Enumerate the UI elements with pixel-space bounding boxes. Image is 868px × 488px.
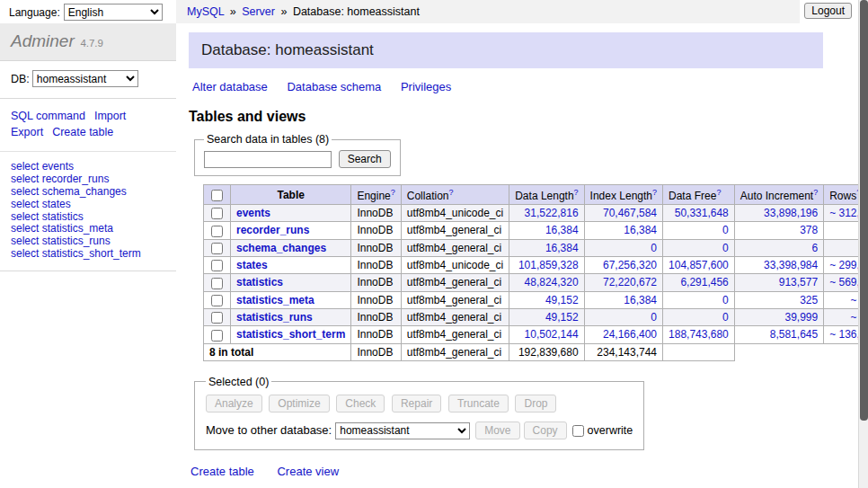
index-length-link[interactable]: 16,384 [624, 294, 657, 306]
copy-button[interactable]: Copy [524, 421, 567, 439]
logout-button[interactable]: Logout [804, 3, 852, 19]
data-free-link[interactable]: 0 [722, 242, 729, 254]
table-name-link[interactable]: states [236, 259, 268, 271]
index-length-link[interactable]: 67,256,320 [603, 259, 657, 271]
index-length-link[interactable]: 0 [651, 311, 657, 324]
engine-cell: InnoDB [351, 222, 401, 239]
data-free-link[interactable]: 104,857,600 [669, 259, 729, 271]
data-free-link[interactable]: 0 [722, 294, 729, 306]
data-length-link[interactable]: 49,152 [545, 294, 579, 306]
help-icon[interactable]: ? [716, 188, 721, 197]
table-name-link[interactable]: statistics_runs [236, 311, 313, 324]
auto-increment-link[interactable]: 33,898,196 [764, 207, 818, 219]
data-free-link[interactable]: 0 [722, 311, 729, 324]
auto-increment-link[interactable]: 913,577 [779, 276, 818, 288]
data-free-link[interactable]: 0 [722, 224, 729, 236]
sidebar-table-list: select events select recorder_runs selec… [0, 152, 176, 271]
table-name-link[interactable]: statistics_short_term [236, 328, 345, 341]
auto-increment-link[interactable]: 39,999 [784, 311, 818, 324]
sidebar-link-create-table[interactable]: Create table [52, 126, 113, 138]
database-schema-link[interactable]: Database schema [287, 80, 381, 93]
data-length-link[interactable]: 16,384 [545, 224, 579, 236]
auto-increment-link[interactable]: 6 [811, 242, 818, 254]
repair-button[interactable]: Repair [392, 395, 441, 413]
optimize-button[interactable]: Optimize [269, 395, 329, 413]
sidebar-item-select-statistics-short-term[interactable]: select statistics_short_term [11, 248, 165, 260]
help-icon[interactable]: ? [574, 188, 579, 197]
overwrite-checkbox[interactable] [572, 425, 584, 437]
index-length-link[interactable]: 72,220,672 [603, 276, 657, 288]
row-checkbox[interactable] [211, 330, 223, 342]
truncate-button[interactable]: Truncate [448, 395, 509, 413]
index-length-link[interactable]: 16,384 [624, 224, 657, 236]
help-icon[interactable]: ? [448, 188, 453, 197]
move-database-select[interactable]: homeassistant [335, 422, 470, 439]
language-select[interactable]: English [64, 4, 163, 21]
alter-database-link[interactable]: Alter database [192, 80, 268, 93]
row-checkbox[interactable] [211, 226, 223, 237]
table-name-link[interactable]: events [236, 207, 270, 219]
data-free-link[interactable]: 6,291,456 [680, 276, 728, 288]
select-all-checkbox[interactable] [211, 190, 223, 201]
sidebar-item-select-statistics-meta[interactable]: select statistics_meta [11, 223, 165, 235]
search-button[interactable]: Search [339, 150, 391, 168]
vertical-scrollbar[interactable] [858, 0, 868, 488]
adminer-header: Adminer 4.7.9 [0, 23, 176, 61]
table-name-link[interactable]: recorder_runs [236, 224, 309, 236]
table-name-link[interactable]: schema_changes [236, 242, 326, 254]
breadcrumb-separator: » [280, 5, 287, 18]
table-header-row: Table Engine? Collation? Data Length? In… [204, 185, 868, 205]
sidebar-item-select-schema-changes[interactable]: select schema_changes [11, 186, 165, 198]
data-length-link[interactable]: 16,384 [545, 242, 579, 254]
index-length-link[interactable]: 70,467,584 [603, 207, 657, 219]
row-checkbox[interactable] [211, 278, 223, 289]
auto-increment-link[interactable]: 325 [800, 294, 818, 306]
index-length-link[interactable]: 24,166,400 [603, 328, 657, 341]
sidebar-link-export[interactable]: Export [11, 126, 43, 138]
row-checkbox[interactable] [211, 312, 223, 324]
data-length-link[interactable]: 101,859,328 [518, 259, 579, 271]
check-button[interactable]: Check [336, 395, 385, 413]
row-checkbox[interactable] [211, 295, 223, 306]
data-length-link[interactable]: 48,824,320 [525, 276, 579, 288]
drop-button[interactable]: Drop [515, 395, 556, 413]
sidebar-item-select-statistics[interactable]: select statistics [11, 211, 165, 223]
breadcrumb-link-mysql[interactable]: MySQL [187, 5, 224, 18]
table-name-link[interactable]: statistics_meta [236, 294, 314, 306]
auto-increment-link[interactable]: 378 [800, 224, 818, 236]
index-length-link[interactable]: 0 [651, 242, 657, 254]
auto-increment-link[interactable]: 33,398,984 [764, 259, 818, 271]
table-name-link[interactable]: statistics [236, 276, 283, 288]
row-checkbox[interactable] [211, 208, 223, 219]
data-length-link[interactable]: 31,522,816 [525, 207, 579, 219]
help-icon[interactable]: ? [652, 188, 657, 197]
sidebar-item-select-recorder-runs[interactable]: select recorder_runs [11, 173, 165, 185]
search-input[interactable] [204, 151, 332, 168]
data-length-link[interactable]: 10,502,144 [525, 328, 579, 341]
sidebar-item-select-events[interactable]: select events [11, 161, 165, 173]
help-icon[interactable]: ? [813, 188, 818, 197]
data-free-link[interactable]: 188,743,680 [669, 328, 729, 341]
collation-cell: utf8mb4_general_ci [401, 326, 509, 343]
sidebar-link-sql-command[interactable]: SQL command [11, 110, 85, 122]
analyze-button[interactable]: Analyze [206, 395, 262, 413]
privileges-link[interactable]: Privileges [401, 80, 451, 93]
db-select[interactable]: homeassistant [32, 70, 138, 87]
move-button[interactable]: Move [475, 421, 519, 439]
row-checkbox[interactable] [211, 243, 223, 254]
sidebar-item-select-statistics-runs[interactable]: select statistics_runs [11, 235, 165, 247]
scrollbar-thumb[interactable] [860, 0, 868, 421]
sidebar-link-import[interactable]: Import [94, 110, 126, 122]
database-actions: Alter database Database schema Privilege… [192, 80, 823, 93]
auto-increment-link[interactable]: 8,581,645 [770, 328, 818, 341]
create-table-link[interactable]: Create table [190, 465, 254, 478]
breadcrumb-link-server[interactable]: Server [242, 5, 275, 18]
table-row: statistics InnoDB utf8mb4_general_ci 48,… [204, 274, 868, 291]
row-checkbox[interactable] [211, 260, 223, 271]
sidebar-item-select-states[interactable]: select states [11, 199, 165, 210]
help-icon[interactable]: ? [391, 188, 395, 197]
create-view-link[interactable]: Create view [277, 465, 339, 478]
data-length-link[interactable]: 49,152 [545, 311, 579, 324]
column-header-index-length: Index Length? [584, 185, 662, 205]
data-free-link[interactable]: 50,331,648 [675, 207, 729, 219]
